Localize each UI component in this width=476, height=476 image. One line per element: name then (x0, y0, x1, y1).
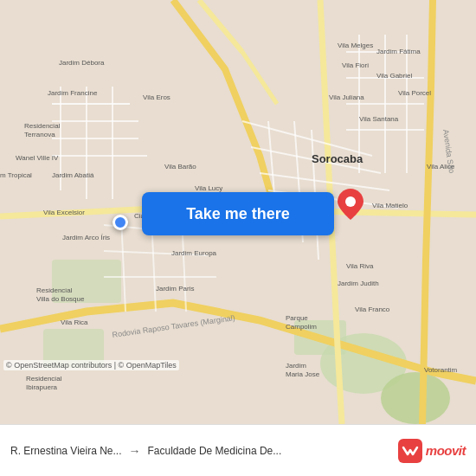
svg-text:Residencial: Residencial (36, 286, 73, 294)
svg-text:Vila Santana: Vila Santana (359, 115, 399, 123)
svg-text:Residencial: Residencial (24, 122, 61, 130)
bottom-bar: R. Ernestina Vieira Ne... → Faculdade De… (0, 424, 476, 476)
svg-text:Votorantim: Votorantim (424, 366, 458, 374)
svg-text:Parque: Parque (286, 314, 308, 322)
svg-text:Vila Melges: Vila Melges (338, 42, 373, 49)
svg-text:Vila Lucy: Vila Lucy (195, 184, 222, 192)
map-container: Jardim Débora Jardim Francine Vila Eros … (0, 0, 476, 424)
moovit-brand-text: moovit (426, 443, 466, 458)
route-arrow: → (129, 444, 141, 458)
svg-text:Vila Porcel: Vila Porcel (398, 89, 431, 97)
svg-text:Vila Rica: Vila Rica (61, 318, 88, 326)
svg-point-75 (345, 196, 356, 207)
moovit-logo: moovit (398, 439, 466, 463)
svg-text:Vila Franco: Vila Franco (355, 306, 390, 313)
svg-text:Jardim: Jardim (286, 362, 306, 370)
svg-text:Maria Jose: Maria Jose (286, 370, 320, 378)
origin-marker (113, 215, 128, 230)
origin-text: R. Ernestina Vieira Ne... (10, 445, 122, 457)
svg-text:Vila Eros: Vila Eros (143, 93, 170, 101)
svg-text:Villa do Bosque: Villa do Bosque (36, 295, 85, 303)
destination-marker (338, 189, 363, 223)
svg-text:Sorocaba: Sorocaba (312, 152, 363, 165)
svg-text:Residencial: Residencial (26, 375, 62, 383)
route-info: R. Ernestina Vieira Ne... → Faculdade De… (10, 444, 391, 458)
svg-text:Jardim Fátima: Jardim Fátima (376, 48, 421, 55)
destination-text: Faculdade De Medicina De... (148, 445, 282, 457)
svg-text:m Tropical: m Tropical (0, 171, 32, 179)
svg-text:Ibirapuera: Ibirapuera (26, 383, 58, 391)
svg-text:Campolim: Campolim (286, 323, 317, 331)
svg-text:Terranova: Terranova (24, 131, 55, 138)
svg-text:Jardim Débora: Jardim Débora (59, 59, 105, 67)
svg-text:Jardim Paris: Jardim Paris (156, 285, 194, 293)
svg-text:Vila Fiori: Vila Fiori (342, 61, 369, 69)
svg-text:Vila Gabriel: Vila Gabriel (376, 72, 412, 80)
svg-text:Wanel Ville IV: Wanel Ville IV (16, 154, 59, 162)
svg-text:Jardim Europa: Jardim Europa (171, 249, 217, 257)
svg-text:Vila Riva: Vila Riva (346, 262, 374, 270)
svg-text:Jardim Francine: Jardim Francine (48, 89, 98, 97)
copyright-text: © OpenStreetMap contributors | © OpenMap… (3, 360, 179, 370)
svg-text:Vila Barão: Vila Barão (164, 163, 196, 170)
svg-text:Vila Excelsior: Vila Excelsior (43, 209, 85, 216)
svg-text:Jardim Abatiá: Jardim Abatiá (52, 171, 94, 179)
take-me-there-button[interactable]: Take me there (142, 192, 334, 235)
svg-text:Jardim Arco Íris: Jardim Arco Íris (62, 234, 110, 241)
svg-point-3 (381, 372, 450, 424)
svg-text:Jardim Judith: Jardim Judith (338, 280, 379, 287)
svg-text:Vila Juliana: Vila Juliana (329, 93, 364, 101)
svg-text:Vila Matielo: Vila Matielo (372, 202, 408, 209)
